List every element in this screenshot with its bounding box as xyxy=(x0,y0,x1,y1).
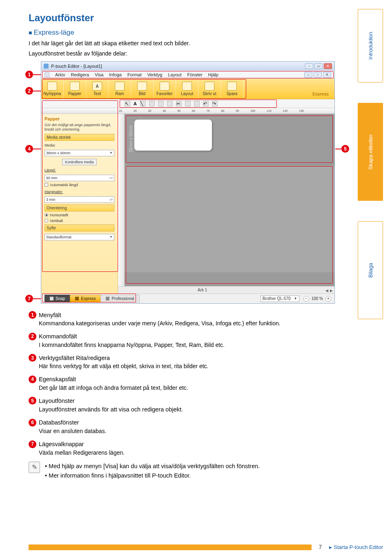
cmd-spara[interactable]: Spara xyxy=(221,79,243,99)
printer-select[interactable]: Brother QL-570▼ xyxy=(261,296,299,302)
menu-visa[interactable]: Visa xyxy=(95,72,103,77)
mode-switcher: Snap Express Professional xyxy=(45,295,139,302)
mode-tab-professional[interactable]: Professional xyxy=(100,295,139,302)
child-minimize-button[interactable]: – xyxy=(304,72,312,78)
tool-pointer-icon[interactable]: ↖ xyxy=(125,101,130,107)
mode-tab-express[interactable]: Express xyxy=(70,295,101,302)
purpose-select[interactable]: Standardformat▼ xyxy=(45,234,114,240)
callout-7: 7 xyxy=(25,295,33,302)
menu-verktyg[interactable]: Verktyg xyxy=(147,72,163,77)
footer-link[interactable]: Starta P-touch Editor xyxy=(329,544,383,550)
label-preview[interactable] xyxy=(134,120,212,151)
mode-heading: Express-läge xyxy=(29,29,363,37)
note-box: ✎ Med hjälp av menyn [Visa] kan du välja… xyxy=(29,462,363,480)
label-dimension-text: 38mm x 90mm xyxy=(129,125,133,152)
accordion-media[interactable]: Media storlek xyxy=(45,134,114,141)
legend-num-3: 3 xyxy=(29,354,36,362)
accordion-orientation[interactable]: Orientering xyxy=(45,204,114,211)
media-select[interactable]: 38mm x 90mm▼ xyxy=(45,150,114,156)
tool-paste-icon[interactable] xyxy=(194,101,200,107)
tool-copy-icon[interactable] xyxy=(185,101,191,107)
margins-input[interactable]: 3 mm▵▿ xyxy=(45,196,114,203)
orientation-vertical-radio[interactable]: Vertikalt xyxy=(45,219,114,223)
cmd-text[interactable]: AText xyxy=(86,79,109,99)
tool-image-icon[interactable] xyxy=(158,101,164,107)
vertical-ruler xyxy=(118,114,125,293)
menu-layout[interactable]: Layout xyxy=(168,72,181,77)
side-tab-skapa-etiketter[interactable]: Skapa etiketter xyxy=(358,103,383,201)
window-title: P-touch Editor - [Layout1] xyxy=(51,64,102,69)
side-tab-introduktion[interactable]: Introduktion xyxy=(358,9,383,82)
menu-fonster[interactable]: Fönster xyxy=(187,72,202,77)
app-icon xyxy=(44,64,49,69)
length-input[interactable]: 90 mm▵▿ xyxy=(45,175,114,181)
page-number: 7 xyxy=(319,544,322,550)
callout-4: 4 xyxy=(25,145,33,153)
accordion-purpose[interactable]: Syfte xyxy=(45,224,114,231)
close-button[interactable]: ✕ xyxy=(324,63,332,69)
database-zone xyxy=(125,166,334,272)
tool-barcode-icon[interactable] xyxy=(167,101,173,107)
callout-5: 5 xyxy=(341,145,349,153)
status-bar: Snap Express Professional Brother QL-570… xyxy=(41,293,334,303)
legend-num-4: 4 xyxy=(29,376,36,383)
callout-2: 2 xyxy=(25,87,33,95)
cmd-skrivut[interactable]: Skriv ut xyxy=(198,79,221,99)
zoom-in-button[interactable]: + xyxy=(325,296,331,302)
screenshot: P-touch Editor - [Layout1] – ▭ ✕ Arkiv R… xyxy=(41,61,335,304)
legend: 1Menyfält Kommandona kategoriseras under… xyxy=(29,311,363,457)
tool-rect-icon[interactable] xyxy=(149,101,155,107)
legend-num-2: 2 xyxy=(29,333,36,340)
cmd-bild[interactable]: Bild xyxy=(131,79,154,99)
mode-tab-snap[interactable]: Snap xyxy=(45,295,70,302)
tool-text-icon[interactable]: A xyxy=(134,101,137,106)
tool-redo-icon[interactable]: ↷ xyxy=(212,101,218,107)
minimize-button[interactable]: – xyxy=(305,63,313,69)
child-restore-button[interactable]: ▫ xyxy=(314,72,322,78)
menu-infoga[interactable]: Infoga xyxy=(109,72,122,77)
cmd-favoriter[interactable]: Favoriter xyxy=(154,79,176,99)
menu-hjalp[interactable]: Hjälp xyxy=(208,72,218,77)
tool-cut-icon[interactable]: ✂ xyxy=(176,101,182,107)
callout-1: 1 xyxy=(25,71,33,78)
page-footer: 7 Starta P-touch Editor xyxy=(29,544,383,550)
cmd-ny-oppna[interactable]: Ny/öppna xyxy=(41,79,64,99)
check-media-button[interactable]: Kontrollera media xyxy=(62,159,97,165)
zoom-value: 100 % xyxy=(312,296,323,301)
command-bar: Ny/öppna Papper AText Ram Bild Favoriter… xyxy=(41,79,334,99)
tool-line-icon[interactable]: ╲ xyxy=(140,101,146,107)
media-label: Media: xyxy=(45,143,62,147)
legend-num-6: 6 xyxy=(29,419,36,427)
props-hint: Gör det möjligt att ange papperets längd… xyxy=(45,123,114,132)
cmdbar-mode-label: Express xyxy=(312,79,334,99)
menu-arkiv[interactable]: Arkiv xyxy=(55,72,65,77)
window-titlebar: P-touch Editor - [Layout1] – ▭ ✕ xyxy=(41,62,334,71)
page-title: Layoutfönster xyxy=(29,12,363,24)
menu-format[interactable]: Format xyxy=(127,72,142,77)
menu-redigera[interactable]: Redigera xyxy=(71,72,89,77)
cmd-ram[interactable]: Ram xyxy=(109,79,131,99)
menu-bar: Arkiv Redigera Visa Infoga Format Verkty… xyxy=(41,71,334,79)
note-1: Med hjälp av menyn [Visa] kan du välja a… xyxy=(45,462,260,471)
props-title: Papper xyxy=(45,116,114,121)
auto-length-checkbox[interactable]: Automatisk längd xyxy=(45,183,114,187)
zoom-out-button[interactable]: − xyxy=(303,296,309,302)
side-tab-bilaga[interactable]: Bilaga xyxy=(358,221,383,319)
draw-edit-toolbar: ↖ A ╲ ✂ ↶ ↷ xyxy=(41,99,334,108)
sheet-tab-1[interactable]: Ark 1 xyxy=(198,288,207,292)
cmd-papper[interactable]: Papper xyxy=(64,79,86,99)
child-close-button[interactable]: ✕ xyxy=(323,72,331,78)
maximize-button[interactable]: ▭ xyxy=(314,63,323,69)
length-label: Längd: xyxy=(45,168,114,172)
legend-num-1: 1 xyxy=(29,311,36,319)
side-tab-nav: Introduktion Skapa etiketter Bilaga xyxy=(358,9,383,319)
orientation-horizontal-radio[interactable]: Horisontellt xyxy=(45,213,114,217)
doc-icon xyxy=(45,72,49,77)
legend-num-5: 5 xyxy=(29,397,36,404)
legend-num-7: 7 xyxy=(29,440,36,448)
margins-label: Marginaler: xyxy=(45,190,114,194)
layout-canvas[interactable]: 38mm x 90mm Ark 1 ◀▶ xyxy=(118,114,334,293)
tool-undo-icon[interactable]: ↶ xyxy=(203,101,209,107)
footer-bar xyxy=(29,544,312,550)
cmd-layout[interactable]: Layout xyxy=(176,79,198,99)
